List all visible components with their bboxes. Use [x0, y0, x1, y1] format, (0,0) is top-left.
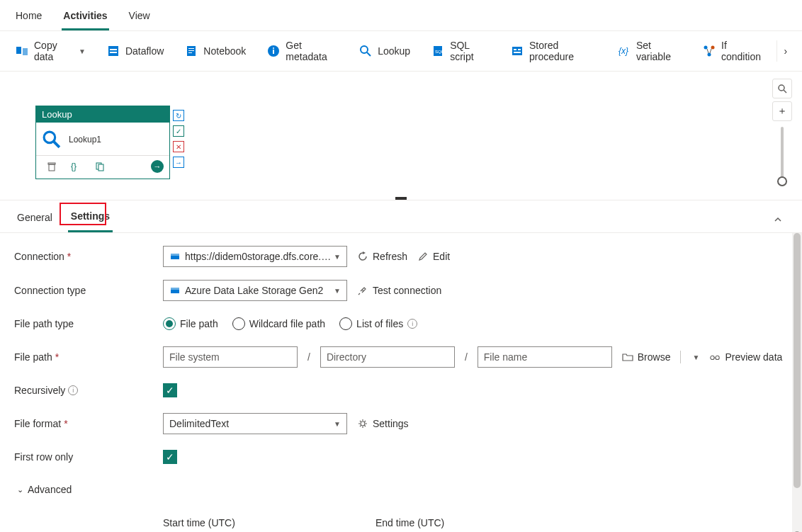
status-skip-icon[interactable]: →	[173, 157, 184, 168]
sql-script-button[interactable]: SQL SQL script	[424, 35, 497, 67]
svg-rect-3	[110, 49, 117, 50]
svg-point-22	[711, 46, 715, 50]
tab-view[interactable]: View	[128, 6, 152, 30]
file-format-select[interactable]: DelimitedText ▼	[163, 413, 347, 434]
collapse-panel-button[interactable]	[768, 212, 788, 229]
connection-select[interactable]: https://didem0storage.dfs.core.w... ▼	[163, 246, 347, 267]
svg-line-34	[784, 90, 786, 93]
chevron-right-icon: ›	[784, 45, 787, 57]
svg-text:{}: {}	[71, 162, 77, 171]
scrollbar-thumb[interactable]	[793, 233, 801, 488]
tab-settings[interactable]: Settings	[68, 208, 113, 232]
file-system-input[interactable]	[163, 346, 298, 368]
zoom-slider[interactable]	[781, 127, 784, 186]
stored-procedure-label: Stored procedure	[529, 40, 597, 62]
svg-point-40	[716, 356, 719, 359]
if-condition-icon	[703, 45, 716, 57]
edit-button[interactable]: Edit	[417, 251, 450, 262]
connection-type-value: Azure Data Lake Storage Gen2	[185, 285, 334, 296]
delete-icon[interactable]	[46, 161, 57, 172]
recursively-label: Recursively i	[14, 385, 163, 396]
if-condition-button[interactable]: If condition	[696, 35, 769, 67]
preview-data-button[interactable]: Preview data	[709, 351, 782, 363]
file-format-label: File format*	[14, 418, 163, 429]
radio-wildcard[interactable]: Wildcard file path	[232, 317, 325, 330]
status-fail-icon[interactable]: ✕	[173, 141, 184, 152]
gear-icon	[357, 418, 368, 429]
run-arrow-icon[interactable]: →	[151, 160, 164, 173]
pipeline-canvas[interactable]: Lookup Lookup1 {} → ↻ ✓ ✕ →	[0, 72, 802, 200]
stored-procedure-icon	[511, 45, 524, 57]
browse-button[interactable]: Browse	[622, 351, 671, 363]
svg-text:SQL: SQL	[435, 50, 444, 54]
status-retry-icon[interactable]: ↻	[173, 110, 184, 121]
svg-rect-0	[16, 47, 21, 54]
chevron-down-icon: ▼	[79, 47, 86, 55]
first-row-only-checkbox[interactable]: ✓	[163, 450, 177, 464]
svg-line-13	[367, 52, 371, 56]
tab-activities[interactable]: Activities	[62, 6, 108, 30]
radio-file-path[interactable]: File path	[163, 317, 218, 330]
chevron-down-icon: ▼	[334, 420, 341, 428]
format-settings-button[interactable]: Settings	[357, 418, 409, 429]
recursively-checkbox[interactable]: ✓	[163, 383, 177, 397]
file-name-input[interactable]	[478, 346, 612, 368]
svg-text:{x}: {x}	[619, 46, 628, 56]
storage-icon	[169, 285, 181, 296]
toolbar-overflow-button[interactable]: ›	[776, 40, 793, 62]
connection-type-select[interactable]: Azure Data Lake Storage Gen2 ▼	[163, 280, 347, 301]
lookup-button[interactable]: Lookup	[352, 40, 417, 62]
file-path-label: File path*	[14, 351, 163, 363]
set-variable-button[interactable]: {x} Set variable	[611, 35, 689, 67]
activity-name-label: Lookup1	[69, 135, 101, 145]
svg-rect-32	[98, 164, 103, 171]
copy-icon[interactable]	[94, 161, 106, 172]
svg-line-25	[710, 49, 711, 53]
info-circle-icon	[267, 45, 280, 57]
sql-script-icon: SQL	[431, 45, 444, 57]
copy-data-label: Copy data	[34, 40, 72, 62]
zoom-slider-thumb[interactable]	[777, 176, 787, 186]
zoom-in-button[interactable]: ＋	[772, 101, 792, 121]
test-connection-button[interactable]: Test connection	[357, 285, 441, 296]
ribbon-tabs: Home Activities View	[0, 0, 802, 31]
svg-point-23	[708, 53, 711, 57]
scroll-down-button[interactable]: ▼	[792, 528, 802, 532]
svg-rect-28	[49, 164, 55, 171]
notebook-button[interactable]: Notebook	[178, 40, 253, 62]
chevron-down-icon[interactable]: ▼	[692, 353, 699, 361]
svg-rect-29	[48, 163, 55, 164]
radio-list-of-files[interactable]: List of files i	[339, 317, 417, 330]
svg-point-33	[779, 85, 784, 91]
refresh-button[interactable]: Refresh	[357, 251, 407, 262]
stored-procedure-button[interactable]: Stored procedure	[504, 35, 604, 67]
svg-rect-6	[188, 48, 194, 49]
info-icon[interactable]: i	[407, 319, 417, 329]
svg-rect-1	[23, 48, 28, 55]
get-metadata-button[interactable]: Get metadata	[260, 35, 345, 67]
path-separator: /	[465, 351, 468, 363]
activity-detail-tabs: General Settings	[0, 200, 802, 233]
info-icon[interactable]: i	[68, 385, 78, 395]
svg-line-27	[54, 142, 60, 147]
directory-input[interactable]	[320, 346, 455, 368]
storage-icon	[169, 251, 181, 262]
scrollbar[interactable]: ▼	[792, 233, 802, 532]
advanced-toggle[interactable]: ⌄ Advanced	[17, 484, 72, 495]
tab-general[interactable]: General	[14, 209, 55, 232]
settings-panel: Connection* https://didem0storage.dfs.co…	[0, 233, 802, 532]
connection-value: https://didem0storage.dfs.core.w...	[185, 251, 334, 262]
code-braces-icon[interactable]: {}	[70, 161, 81, 172]
dataflow-icon	[107, 45, 120, 57]
panel-resize-handle[interactable]	[395, 197, 407, 200]
svg-rect-17	[514, 49, 516, 50]
dataflow-button[interactable]: Dataflow	[100, 40, 171, 62]
status-success-icon[interactable]: ✓	[173, 125, 184, 137]
copy-data-button[interactable]: Copy data ▼	[9, 35, 93, 67]
end-time-label: End time (UTC)	[375, 517, 588, 528]
canvas-search-button[interactable]	[772, 79, 792, 98]
path-separator: /	[307, 351, 310, 363]
svg-rect-36	[171, 254, 179, 256]
tab-home[interactable]: Home	[14, 6, 43, 30]
activity-card-lookup[interactable]: Lookup Lookup1 {} →	[35, 106, 170, 179]
